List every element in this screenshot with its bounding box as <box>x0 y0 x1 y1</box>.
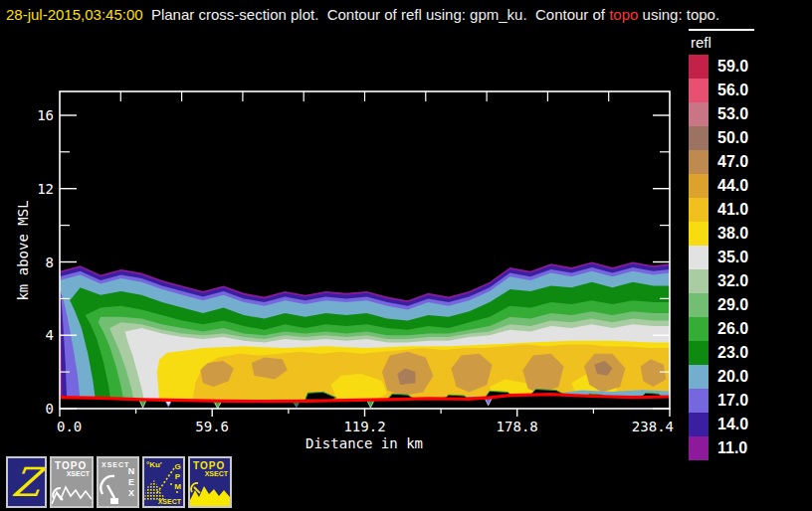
legend-value: 59.0 <box>709 58 748 76</box>
legend-color-swatch <box>689 79 709 102</box>
legend-color-swatch <box>689 150 709 174</box>
legend-color-swatch <box>689 174 709 198</box>
x-tick-label: 178.8 <box>497 419 538 434</box>
plot-title-text2: using: topo. <box>638 6 719 23</box>
legend-entry: 17.0 <box>685 389 810 413</box>
legend-color-swatch <box>689 246 709 269</box>
legend-entry: 56.0 <box>685 79 810 102</box>
reflectivity-legend: refl 59.056.053.050.047.044.041.038.035.… <box>685 29 810 460</box>
contour-field <box>60 262 670 424</box>
legend-color-swatch <box>689 126 709 150</box>
legend-value: 53.0 <box>709 105 748 123</box>
cross-section-plot: 04812160.059.6119.2178.8238.4Distance in… <box>0 30 697 452</box>
legend-title: refl <box>691 34 810 53</box>
legend-entry: 41.0 <box>685 198 810 222</box>
legend-entry: 11.0 <box>685 436 810 460</box>
xsect-label: XSECT <box>67 470 90 477</box>
legend-value: 50.0 <box>709 129 748 147</box>
legend-color-swatch <box>689 341 709 365</box>
legend-color-swatch <box>689 365 709 389</box>
y-tick-label: 0 <box>46 401 54 417</box>
legend-entry: 14.0 <box>685 413 810 436</box>
legend-entry: 26.0 <box>685 317 810 341</box>
legend-entry: 29.0 <box>685 293 810 317</box>
legend-value: 41.0 <box>709 201 748 219</box>
legend-value: 38.0 <box>709 225 748 243</box>
plot-title-text: Planar cross-section plot. Contour of re… <box>143 6 610 23</box>
legend-color-swatch <box>689 55 709 79</box>
x-tick-label: 59.6 <box>195 419 229 434</box>
legend-value: 29.0 <box>709 296 748 314</box>
legend-entry: 50.0 <box>685 126 810 150</box>
zeb-logo-button[interactable]: Z <box>6 456 47 508</box>
legend-entry: 32.0 <box>685 269 810 293</box>
legend-color-swatch <box>689 413 709 436</box>
y-axis-label: km above MSL <box>15 200 31 300</box>
legend-entry: 59.0 <box>685 55 810 79</box>
legend-entry: 44.0 <box>685 174 810 198</box>
xsect-label: XSECT <box>205 470 228 477</box>
legend-value: 56.0 <box>709 82 748 99</box>
topo-xsect-yellow-button[interactable]: TOPO XSECT <box>188 456 232 508</box>
app-window: 28-jul-2015,03:45:00 Planar cross-sectio… <box>0 0 812 511</box>
legend-color-swatch <box>689 222 709 246</box>
legend-color-swatch <box>689 269 709 293</box>
legend-color-swatch <box>689 102 709 126</box>
legend-value: 47.0 <box>709 153 748 171</box>
y-tick-label: 12 <box>37 181 54 197</box>
legend-value: 35.0 <box>709 249 748 266</box>
legend-entry: 38.0 <box>685 222 810 246</box>
legend-value: 11.0 <box>709 439 747 457</box>
legend-value: 14.0 <box>709 416 748 433</box>
legend-entry: 53.0 <box>685 102 810 126</box>
legend-separator-line <box>689 29 754 31</box>
x-tick-label: 238.4 <box>632 419 674 434</box>
x-tick-label: 119.2 <box>343 419 385 434</box>
yellow-mountains-icon <box>190 478 230 506</box>
topo-xsect-button[interactable]: TOPO XSECT <box>50 456 94 508</box>
zeb-z-icon: Z <box>6 458 47 506</box>
xsect-nexrad-button[interactable]: XSECT NEX <box>97 456 139 508</box>
legend-color-swatch <box>689 317 709 341</box>
legend-value: 44.0 <box>709 177 748 195</box>
toolbar: Z TOPO XSECT XSECT NEX °Ku' GPM XSECT <box>6 456 232 508</box>
legend-color-swatch <box>689 198 709 222</box>
legend-entry: 23.0 <box>685 341 810 365</box>
mountains-radar-icon <box>52 480 92 506</box>
y-tick-label: 16 <box>37 107 54 123</box>
legend-entry: 20.0 <box>685 365 810 389</box>
gpm-satellite-beam-icon <box>144 462 183 506</box>
legend-rows: 59.056.053.050.047.044.041.038.035.032.0… <box>685 55 810 460</box>
legend-color-swatch <box>689 293 709 317</box>
x-tick-label: 0.0 <box>57 419 82 434</box>
ku-gpm-xsect-button[interactable]: °Ku' GPM XSECT <box>142 456 185 508</box>
radar-dish-icon <box>99 472 128 506</box>
x-axis-label: Distance in km <box>305 435 423 451</box>
topo-highlight: topo <box>609 6 638 23</box>
legend-value: 20.0 <box>709 368 748 386</box>
y-tick-label: 8 <box>46 255 54 270</box>
legend-value: 32.0 <box>709 272 748 290</box>
legend-entry: 35.0 <box>685 246 810 269</box>
legend-value: 17.0 <box>709 392 748 410</box>
legend-value: 23.0 <box>709 344 748 362</box>
legend-entry: 47.0 <box>685 150 810 174</box>
legend-value: 26.0 <box>709 320 748 338</box>
legend-color-swatch <box>689 436 709 460</box>
legend-color-swatch <box>689 389 709 413</box>
timestamp: 28-jul-2015,03:45:00 <box>6 6 143 23</box>
title-bar: 28-jul-2015,03:45:00 Planar cross-sectio… <box>6 6 806 26</box>
y-tick-label: 4 <box>46 327 54 343</box>
